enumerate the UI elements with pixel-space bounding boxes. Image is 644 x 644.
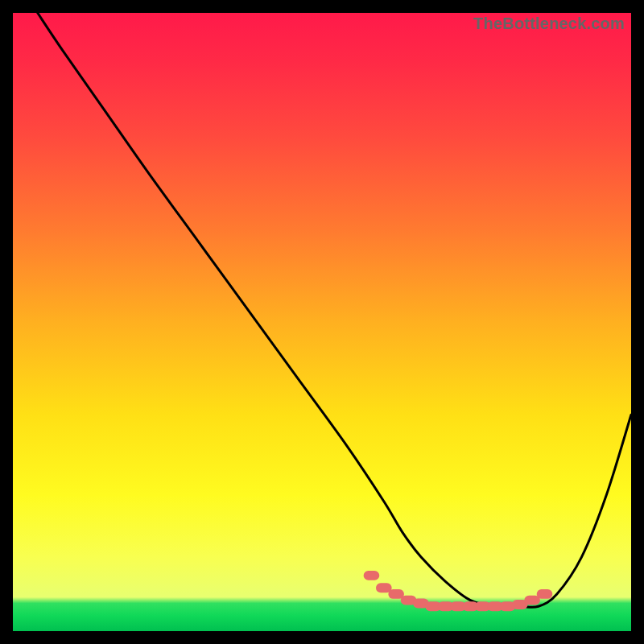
bottleneck-chart: [13, 13, 631, 631]
gradient-background: [13, 13, 631, 631]
watermark-text: TheBottleneck.com: [473, 14, 625, 33]
highlight-marker: [537, 589, 553, 599]
highlight-marker: [364, 571, 380, 580]
chart-frame: TheBottleneck.com: [13, 13, 631, 631]
